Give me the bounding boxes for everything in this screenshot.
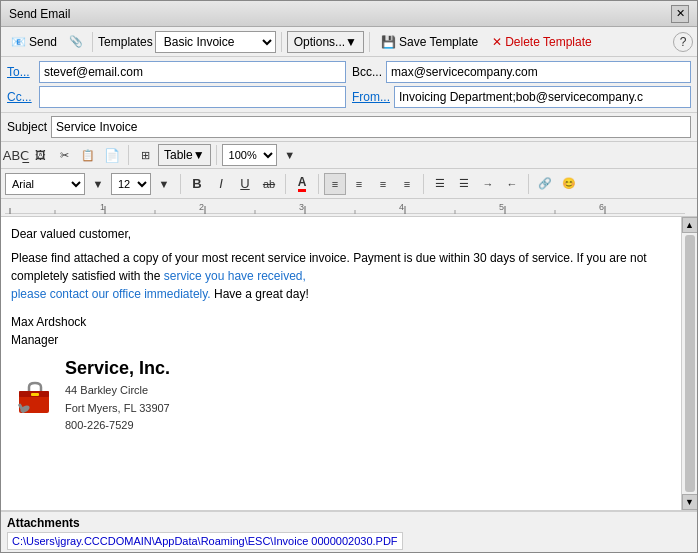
greeting-line: Dear valued customer, bbox=[11, 225, 687, 243]
separator-9 bbox=[423, 174, 424, 194]
emoticon-icon: 😊 bbox=[562, 177, 576, 190]
paste-btn[interactable]: 📄 bbox=[101, 144, 123, 166]
company-address1: 44 Barkley Circle bbox=[65, 382, 170, 400]
table-icon: ⊞ bbox=[141, 149, 150, 162]
delete-template-button[interactable]: ✕ Delete Template bbox=[486, 30, 598, 54]
font-color-btn[interactable]: A bbox=[291, 173, 313, 195]
right-address-col: Bcc... From... bbox=[352, 61, 691, 108]
title-bar: Send Email ✕ bbox=[1, 1, 697, 27]
company-logo-icon bbox=[11, 371, 59, 419]
align-justify-icon: ≡ bbox=[404, 178, 410, 190]
cut-btn[interactable]: ✂ bbox=[53, 144, 75, 166]
table-icon-btn[interactable]: ⊞ bbox=[134, 144, 156, 166]
image-btn[interactable]: 🖼 bbox=[29, 144, 51, 166]
bcc-row: Bcc... bbox=[352, 61, 691, 83]
spell-check-btn[interactable]: ABC̲ bbox=[5, 144, 27, 166]
bullet-list-btn[interactable]: ☰ bbox=[429, 173, 451, 195]
paperclip-icon: 📎 bbox=[69, 35, 83, 48]
size-dropdown-icon: ▼ bbox=[159, 178, 170, 190]
sig-title: Manager bbox=[11, 331, 687, 349]
bcc-label: Bcc... bbox=[352, 65, 382, 79]
separator-7 bbox=[285, 174, 286, 194]
zoom-dropdown-btn[interactable]: ▼ bbox=[279, 144, 301, 166]
font-dropdown-icon: ▼ bbox=[93, 178, 104, 190]
size-dropdown-btn[interactable]: ▼ bbox=[153, 173, 175, 195]
paste-icon: 📄 bbox=[104, 148, 120, 163]
templates-label: Templates bbox=[98, 35, 153, 49]
separator-4 bbox=[128, 145, 129, 165]
logo-area: Service, Inc. 44 Barkley Circle Fort Mye… bbox=[11, 355, 687, 435]
to-input[interactable] bbox=[39, 61, 346, 83]
save-template-label: Save Template bbox=[399, 35, 478, 49]
align-right-icon: ≡ bbox=[380, 178, 386, 190]
left-address-col: To... Cc... bbox=[7, 61, 346, 108]
editor-area[interactable]: Dear valued customer, Please find attach… bbox=[1, 217, 697, 510]
zoom-dropdown-icon: ▼ bbox=[284, 149, 295, 161]
company-phone: 800-226-7529 bbox=[65, 417, 170, 435]
image-icon: 🖼 bbox=[35, 149, 46, 161]
font-select[interactable]: Arial Times New Roman Courier New bbox=[5, 173, 85, 195]
bullet-list-icon: ☰ bbox=[435, 177, 445, 190]
company-info: Service, Inc. 44 Barkley Circle Fort Mye… bbox=[65, 355, 170, 435]
separator-5 bbox=[216, 145, 217, 165]
emoticon-btn[interactable]: 😊 bbox=[558, 173, 580, 195]
table-label: Table bbox=[164, 148, 193, 162]
strikethrough-btn[interactable]: ab bbox=[258, 173, 280, 195]
align-center-icon: ≡ bbox=[356, 178, 362, 190]
scroll-down-btn[interactable]: ▼ bbox=[682, 494, 698, 510]
indent-btn[interactable]: → bbox=[477, 173, 499, 195]
ruler: 1 2 3 4 5 6 bbox=[1, 199, 697, 217]
options-dropdown-icon: ▼ bbox=[345, 35, 357, 49]
font-dropdown-btn[interactable]: ▼ bbox=[87, 173, 109, 195]
bcc-input[interactable] bbox=[386, 61, 691, 83]
editor-toolbar-2: Arial Times New Roman Courier New ▼ 12 8… bbox=[1, 169, 697, 199]
bold-btn[interactable]: B bbox=[186, 173, 208, 195]
blue-text: service you have received, bbox=[164, 269, 306, 283]
number-list-icon: ☰ bbox=[459, 177, 469, 190]
svg-text:3: 3 bbox=[299, 202, 304, 212]
subject-input[interactable] bbox=[51, 116, 691, 138]
svg-text:5: 5 bbox=[499, 202, 504, 212]
scroll-thumb[interactable] bbox=[685, 235, 695, 492]
outdent-btn[interactable]: ← bbox=[501, 173, 523, 195]
company-name: Service, Inc. bbox=[65, 355, 170, 382]
svg-text:1: 1 bbox=[100, 202, 105, 212]
delete-template-label: Delete Template bbox=[505, 35, 592, 49]
table-dropdown-btn[interactable]: Table ▼ bbox=[158, 144, 211, 166]
from-input[interactable] bbox=[394, 86, 691, 108]
vertical-scrollbar[interactable]: ▲ ▼ bbox=[681, 217, 697, 510]
template-select[interactable]: Basic Invoice Standard Invoice Custom bbox=[155, 31, 276, 53]
zoom-select[interactable]: 100% 75% 125% 150% bbox=[222, 144, 277, 166]
send-button[interactable]: 📧 Send bbox=[5, 30, 63, 54]
save-template-button[interactable]: 💾 Save Template bbox=[375, 30, 484, 54]
underline-btn[interactable]: U bbox=[234, 173, 256, 195]
attachments-section: Attachments C:\Users\jgray.CCCDOMAIN\App… bbox=[1, 510, 697, 552]
options-button[interactable]: Options... ▼ bbox=[287, 31, 364, 53]
link-btn[interactable]: 🔗 bbox=[534, 173, 556, 195]
align-center-btn[interactable]: ≡ bbox=[348, 173, 370, 195]
address-section: To... Cc... Bcc... From... bbox=[1, 57, 697, 112]
sig-name: Max Ardshock bbox=[11, 313, 687, 331]
indent-icon: → bbox=[483, 178, 494, 190]
copy-btn[interactable]: 📋 bbox=[77, 144, 99, 166]
copy-icon: 📋 bbox=[81, 149, 95, 162]
font-size-select[interactable]: 12 8 10 14 16 bbox=[111, 173, 151, 195]
align-left-btn[interactable]: ≡ bbox=[324, 173, 346, 195]
align-right-btn[interactable]: ≡ bbox=[372, 173, 394, 195]
svg-rect-22 bbox=[31, 393, 39, 396]
close-button[interactable]: ✕ bbox=[671, 5, 689, 23]
italic-btn[interactable]: I bbox=[210, 173, 232, 195]
from-link[interactable]: From... bbox=[352, 90, 390, 104]
save-icon: 💾 bbox=[381, 35, 396, 49]
ruler-svg: 1 2 3 4 5 6 bbox=[5, 199, 685, 214]
cc-row: Cc... bbox=[7, 86, 346, 108]
cc-input[interactable] bbox=[39, 86, 346, 108]
separator-10 bbox=[528, 174, 529, 194]
help-button[interactable]: ? bbox=[673, 32, 693, 52]
align-justify-btn[interactable]: ≡ bbox=[396, 173, 418, 195]
attachment-item[interactable]: C:\Users\jgray.CCCDOMAIN\AppData\Roaming… bbox=[7, 532, 403, 550]
number-list-btn[interactable]: ☰ bbox=[453, 173, 475, 195]
outdent-icon: ← bbox=[507, 178, 518, 190]
scroll-up-btn[interactable]: ▲ bbox=[682, 217, 698, 233]
attach-icon-btn[interactable]: 📎 bbox=[65, 31, 87, 53]
